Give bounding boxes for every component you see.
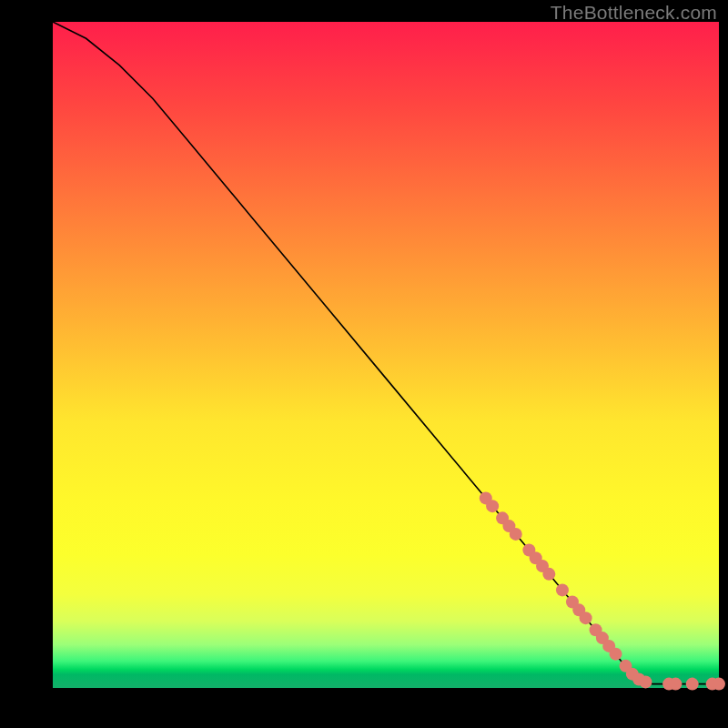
data-marker	[610, 648, 622, 661]
data-marker	[639, 675, 652, 688]
data-marker	[713, 678, 725, 691]
data-marker	[686, 678, 699, 691]
data-marker	[580, 612, 592, 624]
marker-group	[480, 491, 725, 690]
bottleneck-curve	[53, 22, 719, 684]
data-marker	[556, 583, 569, 596]
watermark-label: TheBottleneck.com	[551, 2, 717, 24]
chart-frame: TheBottleneck.com	[0, 0, 728, 728]
data-marker	[542, 568, 555, 581]
data-marker	[669, 678, 682, 691]
plot-area	[53, 22, 719, 688]
data-marker	[510, 528, 522, 541]
data-marker	[486, 500, 499, 512]
chart-overlay	[53, 22, 719, 688]
